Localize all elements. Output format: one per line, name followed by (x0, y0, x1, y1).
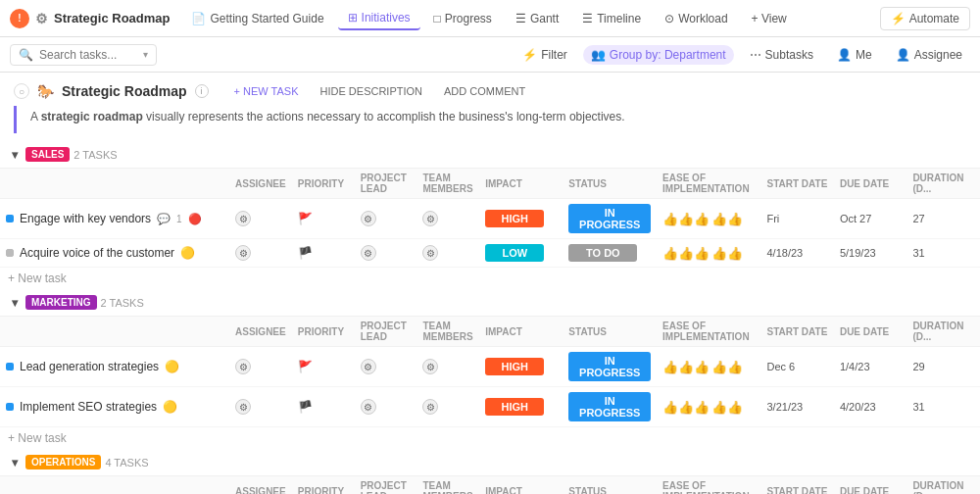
table-wrapper: ▾ SALES 2 TASKS ASSIGNEE PRIORITY PROJEC… (0, 141, 980, 494)
subtasks-button[interactable]: ⋯ Subtasks (742, 45, 821, 65)
status-badge[interactable]: TO DO (568, 244, 637, 262)
impact-badge: HIGH (485, 210, 544, 227)
initiatives-icon: ⊞ (348, 11, 358, 25)
status-emoji: 🟡 (180, 246, 195, 260)
task-priority-indicator (6, 215, 14, 222)
impact-badge: HIGH (485, 398, 544, 416)
col-headers-marketing: ASSIGNEE PRIORITY PROJECT LEAD TEAM MEMB… (0, 317, 980, 347)
table-row: Lead generation strategies 🟡 ⚙ 🚩 ⚙ ⚙ HIG… (0, 347, 980, 387)
flag-icon: 🚩 (298, 212, 313, 225)
flag-icon: 🏴 (298, 246, 313, 260)
app-title: Strategic Roadmap (54, 11, 170, 25)
start-date: 3/21/23 (766, 401, 803, 413)
status-emoji: 🟡 (163, 400, 177, 414)
new-task-button[interactable]: + NEW TASK (226, 82, 307, 100)
ease-rating: 👍👍👍👍👍 (662, 360, 755, 374)
filter-button[interactable]: ⚡ Filter (514, 45, 575, 65)
search-box[interactable]: 🔍 ▾ (10, 44, 157, 66)
warning-icon: 🔴 (188, 213, 202, 225)
tab-view[interactable]: + View (742, 8, 797, 29)
me-icon: 👤 (837, 48, 852, 62)
page-title: Strategic Roadmap (62, 83, 187, 99)
automate-button[interactable]: ⚡ Automate (880, 7, 970, 30)
start-date: Dec 6 (766, 361, 795, 372)
assignee-icon: 👤 (896, 48, 910, 62)
duration: 29 (912, 361, 924, 372)
task-name-text[interactable]: Acquire voice of the customer (20, 246, 174, 260)
tab-initiatives[interactable]: ⊞ Initiatives (338, 7, 420, 30)
task-name-text[interactable]: Implement SEO strategies (20, 400, 157, 414)
collapse-section-icon[interactable]: ○ (14, 83, 29, 99)
ease-rating: 👍👍👍👍👍 (662, 400, 755, 415)
sales-badge: SALES (25, 147, 70, 162)
operations-task-count: 4 TASKS (105, 457, 148, 469)
search-icon: 🔍 (19, 48, 33, 62)
settings-icon[interactable]: ⚙ (35, 11, 48, 26)
sales-collapse-icon[interactable]: ▾ (8, 148, 22, 162)
description-text: A strategic roadmap visually represents … (30, 110, 625, 124)
ease-rating: 👍👍👍👍👍 (662, 212, 755, 226)
me-button[interactable]: 👤 Me (829, 45, 880, 65)
new-task-row[interactable]: + New task (0, 427, 980, 450)
task-name-text[interactable]: Engage with key vendors (20, 212, 151, 225)
operations-collapse-icon[interactable]: ▾ (8, 456, 22, 469)
start-date: Fri (766, 213, 779, 224)
nav-logo: ! ⚙ Strategic Roadmap (10, 9, 170, 28)
due-date: 4/20/23 (840, 401, 876, 413)
search-input[interactable] (39, 48, 137, 62)
task-priority-indicator (6, 249, 14, 257)
ease-rating: 👍👍👍👍👍 (662, 246, 755, 261)
assignee-button[interactable]: 👤 Assignee (888, 45, 970, 65)
duration: 31 (912, 401, 924, 413)
status-badge[interactable]: IN PROGRESS (568, 352, 651, 381)
chevron-down-icon[interactable]: ▾ (143, 49, 148, 60)
group-by-button[interactable]: 👥 Group by: Department (583, 45, 734, 65)
tab-gantt[interactable]: ☰ Gantt (506, 8, 568, 29)
table-row: Acquire voice of the customer 🟡 ⚙ 🏴 ⚙ ⚙ … (0, 239, 980, 268)
subtasks-icon: ⋯ (750, 48, 761, 62)
sales-section-header: ▾ SALES 2 TASKS (0, 141, 980, 169)
top-nav: ! ⚙ Strategic Roadmap 📄 Getting Started … (0, 0, 980, 37)
operations-badge: OPERATIONS (25, 455, 101, 469)
nav-logo-icon: ! (10, 9, 29, 28)
guide-icon: 📄 (191, 12, 206, 25)
status-emoji: 🟡 (165, 360, 179, 373)
info-icon[interactable]: i (195, 84, 209, 98)
tab-progress[interactable]: □ Progress (424, 8, 502, 29)
operations-section-header: ▾ OPERATIONS 4 TASKS (0, 449, 980, 476)
page-header: ○ 🐎 Strategic Roadmap i + NEW TASK HIDE … (0, 73, 980, 106)
progress-icon: □ (434, 12, 441, 25)
task-priority-indicator (6, 403, 14, 411)
table-row: Engage with key vendors 💬 1 🔴 ⚙ 🚩 ⚙ ⚙ HI… (0, 199, 980, 239)
duration: 31 (912, 247, 924, 259)
status-badge[interactable]: IN PROGRESS (568, 204, 651, 233)
automate-icon: ⚡ (891, 12, 906, 25)
due-date: Oct 27 (840, 213, 871, 224)
impact-badge: HIGH (485, 358, 544, 375)
hide-description-button[interactable]: HIDE DESCRIPTION (313, 82, 431, 100)
chat-icon[interactable]: 💬 (157, 213, 171, 225)
new-task-row[interactable]: + New task (0, 268, 980, 290)
timeline-icon: ☰ (582, 12, 593, 25)
due-date: 5/19/23 (840, 247, 876, 259)
filter-icon: ⚡ (522, 48, 537, 62)
start-date: 4/18/23 (766, 247, 803, 259)
page-title-icon: 🐎 (37, 83, 54, 99)
status-badge[interactable]: IN PROGRESS (568, 392, 651, 421)
add-comment-button[interactable]: ADD COMMENT (436, 82, 533, 100)
flag-icon: 🚩 (298, 360, 313, 373)
tab-timeline[interactable]: ☰ Timeline (572, 8, 651, 29)
toolbar: 🔍 ▾ ⚡ Filter 👥 Group by: Department ⋯ Su… (0, 37, 980, 73)
impact-badge: LOW (485, 244, 544, 262)
table-row: Implement SEO strategies 🟡 ⚙ 🏴 ⚙ ⚙ HIGH … (0, 387, 980, 427)
task-name-text[interactable]: Lead generation strategies (20, 360, 159, 373)
tab-guide[interactable]: 📄 Getting Started Guide (181, 8, 333, 29)
marketing-collapse-icon[interactable]: ▾ (8, 296, 22, 310)
marketing-section-header: ▾ MARKETING 2 TASKS (0, 289, 980, 317)
task-priority-indicator (6, 363, 14, 370)
chat-count: 1 (176, 214, 182, 224)
col-headers-sales: ASSIGNEE PRIORITY PROJECT LEAD TEAM MEMB… (0, 169, 980, 199)
tab-workload[interactable]: ⊙ Workload (655, 8, 737, 29)
description-bar: A strategic roadmap visually represents … (14, 106, 966, 133)
page-actions: + NEW TASK HIDE DESCRIPTION ADD COMMENT (226, 82, 534, 100)
